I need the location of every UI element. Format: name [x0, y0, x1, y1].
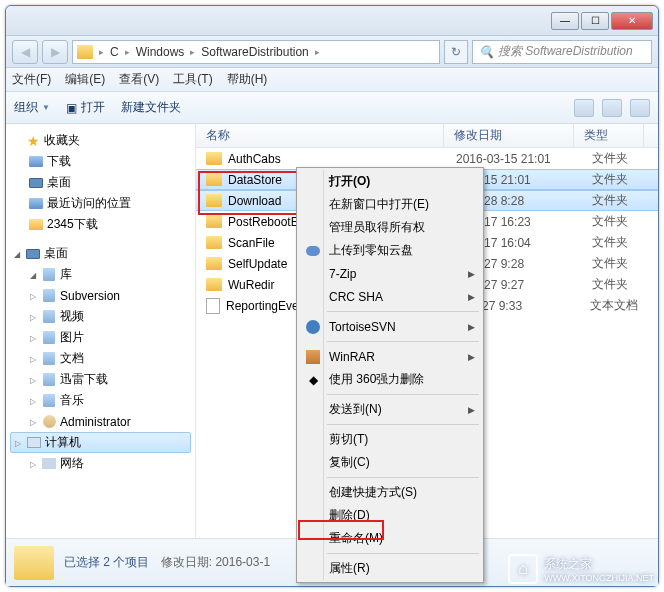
separator [327, 311, 479, 312]
sidebar-xunlei[interactable]: 迅雷下载 [6, 369, 195, 390]
ctx-sendto[interactable]: 发送到(N)▶ [299, 398, 481, 421]
ctx-label: 在新窗口中打开(E) [329, 196, 429, 213]
ctx-360-delete[interactable]: ◆使用 360强力删除 [299, 368, 481, 391]
breadcrumb[interactable]: ▸ C ▸ Windows ▸ SoftwareDistribution ▸ [72, 40, 440, 64]
shield-icon: ◆ [305, 372, 321, 388]
ctx-cut[interactable]: 剪切(T) [299, 428, 481, 451]
ctx-label: TortoiseSVN [329, 320, 396, 334]
open-label: 打开 [81, 99, 105, 116]
sidebar-item-label: 视频 [60, 308, 84, 325]
sidebar-downloads[interactable]: 下载 [6, 151, 195, 172]
sidebar-item-label: 网络 [60, 455, 84, 472]
menu-tools[interactable]: 工具(T) [173, 71, 212, 88]
maximize-button[interactable]: ☐ [581, 12, 609, 30]
menu-edit[interactable]: 编辑(E) [65, 71, 105, 88]
sidebar-admin[interactable]: Administrator [6, 411, 195, 432]
sidebar-item-label: 桌面 [47, 174, 71, 191]
breadcrumb-drive[interactable]: C [110, 45, 119, 59]
toolbar-newfolder[interactable]: 新建文件夹 [121, 99, 181, 116]
sidebar-libraries[interactable]: 库 [6, 264, 195, 285]
library-icon [41, 267, 57, 283]
network-icon [41, 456, 57, 472]
watermark-text: 系统之家 [544, 556, 654, 573]
ctx-label: 上传到零知云盘 [329, 242, 413, 259]
sidebar-2345[interactable]: 2345下载 [6, 214, 195, 235]
ctx-label: 发送到(N) [329, 401, 382, 418]
sidebar-item-label: 音乐 [60, 392, 84, 409]
ctx-shortcut[interactable]: 创建快捷方式(S) [299, 481, 481, 504]
desktop-icon [25, 246, 41, 262]
breadcrumb-folder[interactable]: SoftwareDistribution [201, 45, 308, 59]
sidebar-item-label: 文档 [60, 350, 84, 367]
ctx-label: CRC SHA [329, 290, 383, 304]
column-date[interactable]: 修改日期 [444, 124, 574, 147]
sidebar-desktop[interactable]: 桌面 [6, 172, 195, 193]
ctx-7zip[interactable]: 7-Zip▶ [299, 262, 481, 285]
close-button[interactable]: ✕ [611, 12, 653, 30]
separator [327, 394, 479, 395]
menubar: 文件(F) 编辑(E) 查看(V) 工具(T) 帮助(H) [6, 68, 658, 92]
status-modified-label: 修改日期: [161, 555, 212, 569]
sidebar-favorites[interactable]: ★收藏夹 [6, 130, 195, 151]
ctx-winrar[interactable]: WinRAR▶ [299, 345, 481, 368]
sidebar-videos[interactable]: 视频 [6, 306, 195, 327]
forward-button[interactable]: ▶ [42, 40, 68, 64]
sidebar-item-label: 图片 [60, 329, 84, 346]
menu-view[interactable]: 查看(V) [119, 71, 159, 88]
folder-icon [77, 45, 93, 59]
chevron-right-icon: ▸ [99, 47, 104, 57]
search-input[interactable]: 🔍 搜索 SoftwareDistribution [472, 40, 652, 64]
sidebar-item-label: 收藏夹 [44, 132, 80, 149]
music-icon [41, 393, 57, 409]
minimize-button[interactable]: — [551, 12, 579, 30]
file-date: 2016-03-15 21:01 [456, 152, 586, 166]
ctx-delete[interactable]: 删除(D) [299, 504, 481, 527]
sidebar-subversion[interactable]: Subversion [6, 285, 195, 306]
breadcrumb-folder[interactable]: Windows [136, 45, 185, 59]
sidebar-pictures[interactable]: 图片 [6, 327, 195, 348]
sidebar-item-label: 下载 [47, 153, 71, 170]
folder-icon [14, 546, 54, 580]
ctx-rename[interactable]: 重命名(M) [299, 527, 481, 550]
ctx-tortoisesvn[interactable]: TortoiseSVN▶ [299, 315, 481, 338]
sidebar-recent[interactable]: 最近访问的位置 [6, 193, 195, 214]
ctx-upload-cloud[interactable]: 上传到零知云盘 [299, 239, 481, 262]
file-row[interactable]: AuthCabs2016-03-15 21:01文件夹 [196, 148, 658, 169]
toolbar-organize[interactable]: 组织 ▼ [14, 99, 50, 116]
sidebar-item-label: 迅雷下载 [60, 371, 108, 388]
refresh-button[interactable]: ↻ [444, 40, 468, 64]
folder-icon [28, 217, 44, 233]
ctx-crcsha[interactable]: CRC SHA▶ [299, 285, 481, 308]
back-button[interactable]: ◀ [12, 40, 38, 64]
ctx-properties[interactable]: 属性(R) [299, 557, 481, 580]
sidebar-documents[interactable]: 文档 [6, 348, 195, 369]
sidebar-desktop-root[interactable]: 桌面 [6, 243, 195, 264]
help-button[interactable] [630, 99, 650, 117]
menu-file[interactable]: 文件(F) [12, 71, 51, 88]
column-type[interactable]: 类型 [574, 124, 644, 147]
chevron-right-icon: ▶ [468, 292, 475, 302]
ctx-label: 创建快捷方式(S) [329, 484, 417, 501]
preview-pane-button[interactable] [602, 99, 622, 117]
chevron-right-icon: ▸ [125, 47, 130, 57]
sidebar-network[interactable]: 网络 [6, 453, 195, 474]
sidebar-computer[interactable]: 计算机 [10, 432, 191, 453]
folder-icon [206, 152, 222, 165]
menu-help[interactable]: 帮助(H) [227, 71, 268, 88]
sidebar-music[interactable]: 音乐 [6, 390, 195, 411]
view-options-button[interactable] [574, 99, 594, 117]
ctx-ownership[interactable]: 管理员取得所有权 [299, 216, 481, 239]
ctx-copy[interactable]: 复制(C) [299, 451, 481, 474]
cloud-icon [305, 243, 321, 259]
column-name[interactable]: 名称 [196, 124, 444, 147]
picture-icon [41, 330, 57, 346]
ctx-open[interactable]: 打开(O) [299, 170, 481, 193]
chevron-right-icon: ▶ [468, 322, 475, 332]
chevron-right-icon: ▶ [468, 352, 475, 362]
ctx-open-new[interactable]: 在新窗口中打开(E) [299, 193, 481, 216]
file-type: 文件夹 [592, 213, 628, 230]
toolbar-open[interactable]: ▣ 打开 [66, 99, 105, 116]
status-modified-value: 2016-03-1 [215, 555, 270, 569]
video-icon [41, 309, 57, 325]
ctx-label: 7-Zip [329, 267, 356, 281]
